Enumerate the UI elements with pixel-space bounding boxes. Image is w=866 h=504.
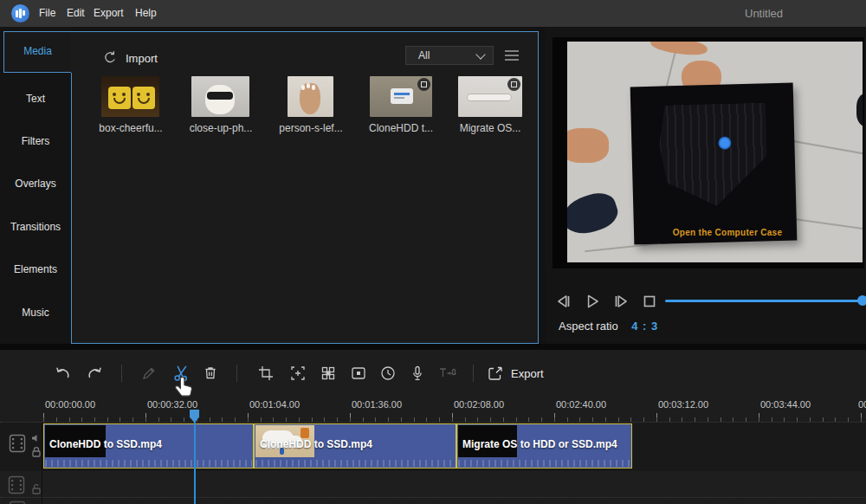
video-frame: Open the Computer Case (567, 42, 863, 262)
menu-help[interactable]: Help (135, 7, 157, 19)
playhead-line[interactable] (194, 422, 196, 504)
ruler-timestamp: 00:01:04.00 (249, 399, 300, 410)
mosaic-button[interactable] (318, 363, 339, 384)
export-button[interactable]: Export (487, 363, 544, 384)
import-button[interactable]: Import (102, 48, 158, 68)
timeline-clip[interactable]: CloneHDD to SSD.mp4 (43, 423, 254, 468)
track-gutter-divider (42, 423, 42, 504)
sidebar-item-filters[interactable]: Filters (0, 135, 71, 147)
freeze-frame-button[interactable] (348, 363, 369, 384)
toolbar-divider (473, 365, 474, 382)
ruler-timestamp: 00:03:44.00 (760, 399, 811, 410)
clip-waveform (45, 460, 252, 467)
media-item-name: Migrate OS... (449, 122, 531, 134)
app-logo-icon (11, 4, 29, 23)
timeline-toolbar (0, 350, 866, 395)
video-badge-icon (417, 78, 430, 91)
media-item-thumbnail[interactable] (101, 76, 159, 117)
sidebar-item-media[interactable]: Media (3, 31, 71, 73)
media-item-thumbnail[interactable] (370, 76, 432, 117)
mute-track-icon[interactable] (31, 433, 42, 443)
ruler-timestamp: 00:01:36.00 (352, 399, 402, 410)
timeline-tracks: CloneHDD to SSD.mp4 CloneHDD to SSD.mp4 … (0, 423, 866, 504)
ruler-timestamp: 00:00:32.00 (147, 399, 197, 410)
timeline-clip[interactable]: CloneHDD to SSD.mp4 (254, 423, 456, 468)
previous-frame-button[interactable] (554, 292, 573, 311)
menu-export[interactable]: Export (94, 7, 124, 19)
ruler-timestamp: 00:02:08.00 (454, 399, 504, 410)
sidebar-item-overlays[interactable]: Overlays (0, 178, 71, 190)
clip-name: Migrate OS to HDD or SSD.mp4 (462, 438, 617, 450)
unlock-track-icon[interactable] (31, 483, 42, 495)
timeline-clip[interactable]: Migrate OS to HDD or SSD.mp4 (456, 423, 632, 468)
undo-button[interactable] (52, 363, 73, 384)
voiceover-button[interactable] (407, 363, 428, 384)
seek-slider[interactable] (665, 300, 866, 302)
stop-button[interactable] (640, 292, 659, 311)
video-track-3[interactable] (0, 499, 866, 504)
sidebar-item-label: Media (4, 45, 71, 57)
toolbar-divider (236, 365, 237, 382)
list-view-icon[interactable] (504, 48, 520, 62)
chevron-down-icon (475, 49, 485, 59)
sidebar-item-music[interactable]: Music (0, 307, 71, 319)
track-type-icon (9, 434, 26, 453)
delete-button[interactable] (200, 363, 221, 384)
clip-name: CloneHDD to SSD.mp4 (260, 438, 372, 450)
next-frame-button[interactable] (611, 292, 630, 311)
redo-button[interactable] (85, 363, 106, 384)
media-item-name: close-up-ph... (183, 122, 259, 134)
export-icon (487, 365, 504, 382)
menu-bar: File Edit Export Help Untitled (0, 0, 866, 28)
video-caption: Open the Computer Case (673, 228, 783, 237)
ruler-timestamp: 00:02:40.00 (556, 399, 606, 410)
play-button[interactable] (583, 292, 602, 311)
panel-border-segment (71, 73, 72, 344)
export-label: Export (511, 367, 544, 380)
import-icon (102, 50, 118, 66)
import-label: Import (126, 52, 158, 65)
sidebar-item-elements[interactable]: Elements (0, 263, 71, 275)
media-item-thumbnail[interactable] (191, 76, 249, 117)
media-item-name: CloneHDD t... (361, 122, 441, 134)
clip-waveform (458, 460, 630, 467)
media-item-thumbnail[interactable] (288, 76, 333, 117)
crop-button[interactable] (255, 363, 276, 384)
media-item-name: box-cheerfu... (93, 122, 169, 134)
aspect-ratio-row: Aspect ratio 4 : 3 (559, 320, 658, 333)
edit-button (139, 363, 159, 384)
timeline-ruler[interactable]: 00:00:00.00 00:00:32.00 00:01:04.00 00:0… (0, 395, 866, 423)
sidebar-item-text[interactable]: Text (0, 93, 71, 105)
clip-name: CloneHDD to SSD.mp4 (49, 438, 162, 450)
seek-slider-handle[interactable] (857, 295, 866, 306)
video-track-2[interactable] (0, 471, 866, 498)
ruler-timestamp: 00:03:12.00 (658, 399, 708, 410)
aspect-ratio-label: Aspect ratio (559, 320, 618, 333)
transport-controls (554, 291, 659, 312)
ruler-timestamp: 00:00:00.00 (45, 399, 95, 410)
ruler-timestamp: 00:04:16.00 (858, 399, 866, 410)
text-to-speech-button (437, 363, 458, 384)
track-type-icon (8, 475, 25, 494)
hand-cursor-icon (173, 376, 196, 400)
filter-value: All (418, 49, 477, 61)
project-title: Untitled (745, 7, 783, 20)
media-item-thumbnail[interactable] (458, 76, 522, 117)
sidebar-item-transitions[interactable]: Transitions (0, 221, 71, 233)
media-item-name: person-s-lef... (279, 122, 343, 134)
lock-track-icon[interactable] (31, 446, 42, 458)
zoom-button[interactable] (288, 363, 308, 384)
aspect-ratio-value[interactable]: 4 : 3 (631, 320, 658, 333)
menu-file[interactable]: File (39, 7, 55, 19)
menu-edit[interactable]: Edit (67, 7, 85, 19)
video-badge-icon (507, 78, 520, 91)
media-filter-dropdown[interactable]: All (405, 46, 494, 65)
clip-waveform (255, 460, 455, 467)
toolbar-divider (121, 365, 122, 382)
video-preview[interactable]: Open the Computer Case (553, 37, 864, 268)
duration-button[interactable] (378, 363, 398, 384)
